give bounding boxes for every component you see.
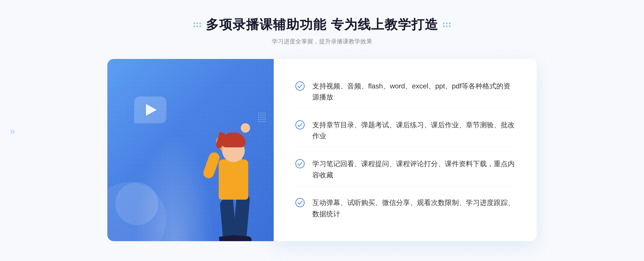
left-arrow-decoration: »	[10, 126, 15, 136]
feature-text-4: 互动弹幕、试听购买、微信分享、观看次数限制、学习进度跟踪、数据统计	[312, 197, 515, 219]
shoe-right	[231, 235, 252, 241]
feature-text-2: 支持章节目录、弹题考试、课后练习、课后作业、章节测验、批改作业	[312, 120, 515, 142]
check-icon-2	[295, 120, 305, 130]
hair	[221, 133, 246, 147]
deco-circle-medium	[115, 182, 158, 225]
feature-item-2: 支持章节目录、弹题考试、课后练习、课后作业、章节测验、批改作业	[295, 114, 515, 147]
title-row: 多项录播课辅助功能 专为线上教学打造	[193, 16, 450, 33]
svg-point-2	[296, 159, 304, 168]
arm-left	[202, 151, 221, 180]
page-container: 多项录播课辅助功能 专为线上教学打造 学习进度全掌握，提升录播课教学效果 »	[0, 0, 644, 261]
feature-text-1: 支持视频、音频、flash、word、excel、ppt、pdf等各种格式的资源…	[312, 81, 515, 103]
feature-text-3: 学习笔记回看、课程提问、课程评论打分、课件资料下载，重点内容收藏	[312, 158, 515, 181]
main-title: 多项录播课辅助功能 专为线上教学打造	[206, 16, 438, 33]
title-dots-left	[193, 23, 201, 27]
right-features-panel: 支持视频、音频、flash、word、excel、ppt、pdf等各种格式的资源…	[274, 59, 537, 241]
svg-point-1	[296, 121, 304, 129]
title-dots-right	[443, 23, 451, 27]
svg-point-3	[296, 198, 304, 207]
subtitle: 学习进度全掌握，提升录播课教学效果	[193, 38, 450, 46]
header-section: 多项录播课辅助功能 专为线上教学打造 学习进度全掌握，提升录播课教学效果	[193, 16, 450, 46]
check-icon-4	[295, 198, 305, 207]
check-icon-3	[295, 159, 305, 169]
figure-container	[153, 91, 247, 241]
content-area: 支持视频、音频、flash、word、excel、ppt、pdf等各种格式的资源…	[107, 59, 537, 241]
svg-point-0	[296, 82, 304, 90]
feature-item-3: 学习笔记回看、课程提问、课程评论打分、课件资料下载，重点内容收藏	[295, 153, 515, 186]
hand-right	[241, 123, 250, 133]
left-illustration-panel	[107, 59, 274, 241]
check-icon-1	[295, 81, 305, 91]
chevron-right-icon: »	[10, 126, 15, 136]
deco-dot-lines	[258, 113, 266, 122]
feature-item-1: 支持视频、音频、flash、word、excel、ppt、pdf等各种格式的资源…	[295, 75, 515, 109]
feature-item-4: 互动弹幕、试听购买、微信分享、观看次数限制、学习进度跟踪、数据统计	[295, 192, 515, 225]
leg-right	[233, 192, 250, 241]
